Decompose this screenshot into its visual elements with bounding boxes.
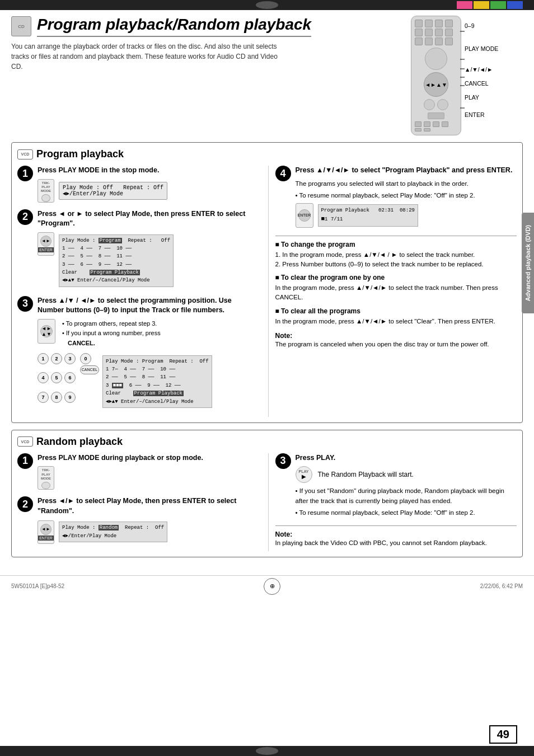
random-note-section: Note: In playing back the Video CD with … (275, 530, 517, 548)
registration-mark (256, 1, 278, 9)
random-step-2-number: 2 (17, 496, 33, 512)
random-step-2-screen: Play Mode : Random Repeat : Off ◄►/Enter… (59, 522, 167, 542)
step-2-visual: ◄► ENTER Play Mode : Program Repeat : Of… (38, 232, 259, 289)
step-3-note2-cont: CANCEL. (62, 339, 161, 349)
change-program-title: ■ To change the program (275, 241, 517, 248)
remote-icon-step4: ENTER (296, 203, 313, 228)
program-note-title: Note: (275, 332, 517, 340)
step-1-screen: Play Mode : Off Repeat : Off ◄►/Enter/Pl… (59, 182, 167, 200)
btn-7: 7 (38, 392, 49, 403)
color-blocks (457, 1, 523, 9)
program-playback-title: Program playback (36, 148, 124, 160)
step-3-note2: • If you input a wrong number, press (62, 328, 161, 339)
bottom-decorative-bar (0, 746, 534, 756)
btn-3: 3 (64, 353, 76, 364)
btn-8: 8 (51, 392, 62, 403)
random-step-1-number: 1 (17, 453, 33, 469)
remote-label-09: 0–9 (465, 20, 498, 32)
random-note-1: • If you set "Random" during playback mo… (296, 486, 517, 506)
random-step-1: 1 Press PLAY MODE during playback or sto… (17, 453, 259, 490)
remote-body: ◄►▲▼ (411, 16, 461, 135)
random-step-1-title: Press PLAY MODE during playback or stop … (38, 453, 259, 463)
program-step-2: 2 Press ◄ or ► to select Play Mode, then… (17, 209, 259, 289)
logo-box: CD (11, 16, 31, 36)
title-left: CD Program playback/Random playback You … (11, 16, 400, 72)
remote-icon-step2: ◄► ENTER (38, 232, 54, 256)
step-3-note1: • To program others, repeat step 3. (62, 319, 161, 329)
program-step-3: 3 Press ▲/▼ / ◄/► to select the programm… (17, 296, 259, 410)
program-section-icon: VCD (17, 149, 33, 159)
clear-one-note: ■ To clear the program one by one In the… (275, 274, 517, 303)
random-step-2-title: Press ◄/► to select Play Mode, then pres… (38, 496, 259, 516)
clear-one-title: ■ To clear the program one by one (275, 274, 517, 281)
program-steps-right: 4 Press ▲/▼/◄/► to select "Program Playb… (268, 166, 517, 417)
registration-mark-bottom: ⊕ (264, 578, 280, 595)
step-3-number: 3 (17, 296, 33, 312)
step-4-note1: • To resume normal playback, select Play… (296, 192, 517, 199)
remote-icon-step1: TRK-PLAYMODE (38, 179, 54, 203)
random-playback-title: Random playback (36, 436, 123, 448)
random-playback-content: 1 Press PLAY MODE during playback or sto… (17, 453, 517, 551)
remote-icon-random2: ◄► ENTER (38, 520, 54, 544)
random-step-1-content: Press PLAY MODE during playback or stop … (38, 453, 259, 490)
step-1-content: Press PLAY MODE in the stop mode. TRK-PL… (38, 166, 259, 203)
page-title: Program playback/Random playback (37, 16, 311, 37)
remote-icon-random1: TRK-PLAYMODE (38, 466, 54, 490)
remote-label-arrows: ▲/▼/◄/► (465, 64, 498, 76)
footer: 5W50101A [E]p48-52 ⊕ 2/22/06, 6:42 PM (0, 575, 534, 597)
color-block-green (490, 1, 506, 9)
random-playback-section: VCD Random playback 1 Press PLAY MODE du… (11, 430, 523, 557)
step-4-content: Press ▲/▼/◄/► to select "Program Playbac… (296, 166, 517, 229)
random-playback-header: VCD Random playback (17, 436, 517, 448)
remote-labels: 0–9 PLAY MODE ▲/▼/◄/► CANCEL PLAY ENTER (465, 20, 498, 121)
btn-cancel: CANCEL (80, 365, 99, 374)
random-note-2: • To resume normal playback, select Play… (296, 508, 517, 518)
btn-4: 4 (38, 372, 49, 383)
program-step-1: 1 Press PLAY MODE in the stop mode. TRK-… (17, 166, 259, 203)
divider-2 (275, 525, 517, 526)
program-note: Note: The program is canceled when you o… (275, 332, 517, 349)
random-step-3: 3 Press PLAY. PLAY ▶ The Random Playback… (275, 453, 517, 519)
step-2-screen: Play Mode : Program Repeat : Off 1 —— 4 … (59, 234, 174, 287)
step-2-content: Press ◄ or ► to select Play Mode, then p… (38, 209, 259, 289)
title-description: You can arrange the playback order of tr… (11, 41, 280, 72)
random-steps-right: 3 Press PLAY. PLAY ▶ The Random Playback… (268, 453, 517, 551)
step-1-title: Press PLAY MODE in the stop mode. (38, 166, 259, 176)
remote-label-play-mode: PLAY MODE (465, 43, 498, 55)
color-block-yellow (474, 1, 489, 9)
arrow-remote-step3: ◄►▲▼ (38, 319, 55, 344)
random-step-3-title: Press PLAY. (296, 453, 517, 463)
btn-2: 2 (51, 353, 62, 364)
program-steps-left: 1 Press PLAY MODE in the stop mode. TRK-… (17, 166, 259, 417)
footer-left: 5W50101A [E]p48-52 (11, 583, 64, 589)
step-4-title: Press ▲/▼/◄/► to select "Program Playbac… (296, 166, 517, 176)
step-3-screen-table: Play Mode : Program Repeat : Off 1 7— 4 … (102, 355, 212, 408)
title-section: CD Program playback/Random playback You … (11, 16, 523, 135)
btn-1: 1 (38, 353, 49, 364)
remote-label-play: PLAY (465, 92, 498, 104)
btn-0: 0 (80, 353, 91, 364)
random-step-2-content: Press ◄/► to select Play Mode, then pres… (38, 496, 259, 544)
step-3-notes: • To program others, repeat step 3. • If… (62, 319, 161, 349)
random-step-3-desc: The Random Playback will start. (318, 471, 414, 478)
step-3-visual: ◄►▲▼ • To program others, repeat step 3.… (38, 319, 259, 349)
divider-1 (275, 236, 517, 236)
footer-center: ⊕ (264, 578, 280, 595)
change-program-note: ■ To change the program 1. In the progra… (275, 241, 517, 270)
step-1-number: 1 (17, 166, 33, 181)
program-note-text: The program is canceled when you open th… (275, 340, 517, 349)
numpad-area: 1 2 3 4 5 6 7 8 9 0 (38, 353, 259, 410)
play-button-icon: PLAY ▶ (296, 466, 312, 483)
random-step-3-notes: • If you set "Random" during playback mo… (296, 486, 517, 518)
random-step-3-visual: PLAY ▶ The Random Playback will start. (296, 466, 517, 483)
main-content: CD Program playback/Random playback You … (0, 10, 534, 575)
random-section-icon: VCD (17, 436, 33, 447)
sidebar-tab-label: Advanced playback (DVD) (524, 225, 531, 301)
random-note-text: In playing back the Video CD with PBC, y… (275, 538, 517, 548)
step-3-screen: Play Mode : Program Repeat : Off 1 7— 4 … (102, 353, 212, 410)
change-program-step1: 1. In the program mode, press ▲/▼/◄ / ► … (275, 250, 517, 260)
btn-6: 6 (64, 372, 76, 383)
step-4-visual: ENTER Program Playback 02:31 08:29 ■1 7/… (296, 202, 517, 229)
clear-all-note: ■ To clear all the programs In the progr… (275, 307, 517, 326)
bracket-lines (460, 21, 467, 122)
